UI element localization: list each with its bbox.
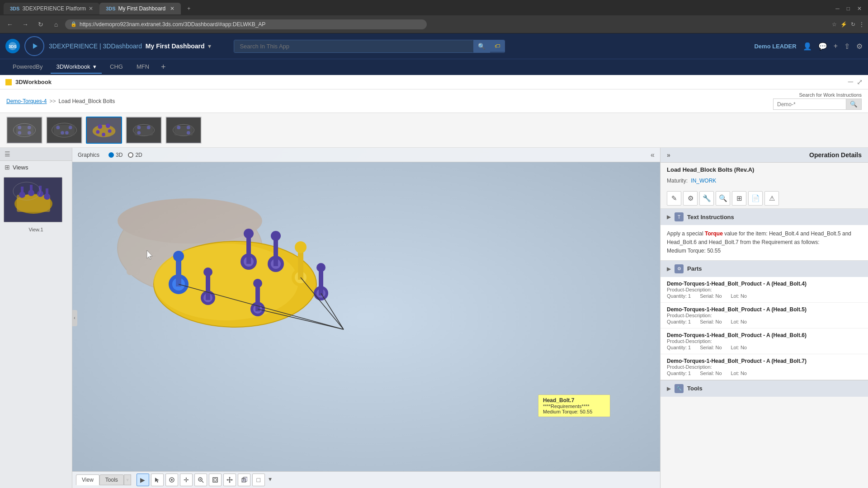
refresh-btn[interactable]: ↻ (34, 18, 47, 31)
browser-tab-2[interactable]: 3DS My First Dashboard ✕ (99, 3, 181, 14)
viewport-collapse-btn[interactable]: « (651, 151, 655, 159)
tools-section-header[interactable]: ▶ 🔧 Tools (660, 380, 868, 397)
minimize-workbook-btn[interactable]: ─ (848, 78, 853, 86)
play-icon (30, 42, 39, 51)
tooltip-title: Head_Bolt.7 (543, 397, 605, 404)
svg-point-55 (173, 251, 184, 262)
nav-chg[interactable]: CHG (104, 61, 128, 74)
move-tool-btn[interactable]: ✛ (180, 474, 193, 486)
dashboard-dropdown[interactable]: ▾ (208, 42, 211, 50)
bookmark-btn[interactable]: ☆ (832, 21, 837, 28)
minimize-btn[interactable]: ─ (833, 5, 842, 12)
breadcrumb-link[interactable]: Demo-Torques-4 (6, 98, 47, 104)
radio-3d[interactable]: 3D (108, 152, 123, 158)
tools-icon: 🔧 (675, 384, 684, 393)
warning-op-btn[interactable]: ⚠ (764, 191, 779, 206)
tools-expand-btn[interactable]: ▾ (124, 474, 131, 485)
browser-tab-new[interactable]: + (181, 3, 197, 14)
play-tool-btn[interactable]: ▶ (137, 474, 149, 486)
doc-op-btn[interactable]: 📄 (748, 191, 763, 206)
play-button[interactable] (24, 36, 44, 56)
tools-op-btn[interactable]: 🔧 (699, 191, 714, 206)
tool-icons: ▶ ✛ (137, 474, 274, 486)
home-btn[interactable]: ⌂ (50, 18, 62, 31)
nav-add-tab[interactable]: + (157, 62, 170, 72)
svg-rect-74 (319, 268, 323, 296)
svg-point-27 (147, 126, 151, 129)
search-work-label: Search for Work Instructions (799, 92, 862, 98)
list-op-btn[interactable]: ⊞ (732, 191, 746, 206)
url-bar: 🔒 https://vdemopro923nam.extranet.3ds.co… (65, 19, 427, 29)
thumbnail-4[interactable] (126, 117, 162, 144)
thumb-svg-4 (127, 117, 161, 143)
part-4-meta: Quantity: 1 Serial: No Lot: No (667, 293, 862, 299)
browser-tab-1[interactable]: 3DS 3DEXPERIENCE Platform ✕ (4, 3, 99, 14)
svg-rect-58 (246, 235, 251, 264)
search-work-button[interactable]: 🔍 (846, 99, 861, 109)
op-expand-icon[interactable]: » (667, 151, 670, 159)
nav-poweredby[interactable]: PoweredBy (7, 61, 48, 74)
thumbnail-2[interactable] (46, 117, 82, 144)
forward-btn[interactable]: → (19, 18, 32, 31)
search-input[interactable] (234, 40, 473, 52)
select-tool-btn[interactable] (151, 474, 164, 486)
browser-chrome: 3DS 3DEXPERIENCE Platform ✕ 3DS My First… (0, 0, 868, 33)
add-icon[interactable]: + (834, 42, 838, 50)
radio-2d[interactable]: 2D (128, 152, 142, 158)
nav-mfn[interactable]: MFN (131, 61, 155, 74)
view-thumbnail-1[interactable] (4, 177, 62, 222)
orbit-tool-btn[interactable] (165, 474, 178, 486)
parts-section-header[interactable]: ▶ ⚙ Parts (660, 261, 868, 277)
thumbnails-bar (0, 113, 868, 148)
secure-icon: 🔒 (71, 21, 77, 27)
tab-close-1[interactable]: ✕ (89, 5, 93, 12)
search-work-input[interactable] (774, 100, 846, 109)
thumbnail-1[interactable] (6, 117, 42, 144)
edit-op-btn[interactable]: ✎ (667, 191, 681, 206)
extensions-btn[interactable]: ⚡ (840, 21, 847, 28)
user-profile-icon[interactable]: 👤 (803, 42, 812, 51)
expand-workbook-btn[interactable]: ⤢ (857, 78, 863, 86)
settings-op-btn[interactable]: ⚙ (683, 191, 698, 206)
nav-3dworkbook[interactable]: 3DWorkbook ▾ (51, 61, 102, 74)
part-4-desc: Product-Description: (667, 287, 862, 292)
sync-btn[interactable]: ↻ (851, 21, 855, 28)
svg-rect-62 (274, 237, 278, 266)
cube-view-btn[interactable] (238, 474, 250, 486)
text-instructions-header[interactable]: ▶ T Text Instructions (660, 209, 868, 225)
thumbnail-5[interactable] (165, 117, 202, 144)
bookmark-tag-icon[interactable]: 🏷 (490, 40, 505, 52)
svg-point-75 (316, 263, 326, 272)
section-plane-btn[interactable]: □ (252, 474, 265, 486)
thumbnail-3[interactable] (86, 117, 122, 144)
scene-area[interactable]: Head_Bolt.7 ****Requirements**** Medium … (72, 162, 660, 471)
header-search: 🔍 🏷 (234, 40, 505, 53)
search-op-btn[interactable]: 🔍 (716, 191, 730, 206)
more-tools-btn[interactable]: ▾ (267, 474, 274, 486)
svg-point-89 (214, 479, 217, 481)
search-work-instructions: Search for Work Instructions 🔍 (773, 92, 862, 110)
svg-point-5 (18, 126, 21, 129)
zoom-area-btn[interactable] (194, 474, 207, 486)
view-tab[interactable]: View (76, 474, 99, 485)
settings-icon[interactable]: ⚙ (856, 42, 863, 51)
back-btn[interactable]: ← (4, 18, 16, 31)
collapse-panel-icon[interactable]: ☰ (5, 150, 10, 158)
pan-tool-btn[interactable] (223, 474, 236, 486)
svg-rect-45 (46, 188, 48, 197)
close-btn[interactable]: ✕ (854, 5, 864, 12)
tab-close-2[interactable]: ✕ (170, 5, 175, 12)
fit-all-btn[interactable] (209, 474, 222, 486)
search-button[interactable]: 🔍 (473, 40, 490, 52)
menu-btn[interactable]: ⋮ (859, 21, 864, 28)
tools-tab[interactable]: Tools (99, 474, 124, 485)
part-5-lot: Lot: No (731, 319, 747, 324)
notifications-icon[interactable]: 💬 (818, 42, 827, 51)
app-header: 3DS 3DEXPERIENCE | 3DDashboard My First … (0, 33, 868, 59)
content-area: 3DWorkbook ─ ⤢ Demo-Torques-4 >> Load He… (0, 75, 868, 488)
part-7-serial: Serial: No (700, 371, 722, 376)
left-panel-collapse-btn[interactable]: ‹ (72, 310, 77, 326)
share-icon[interactable]: ⇧ (844, 42, 850, 51)
maximize-btn[interactable]: □ (844, 5, 853, 12)
svg-point-26 (137, 126, 141, 129)
